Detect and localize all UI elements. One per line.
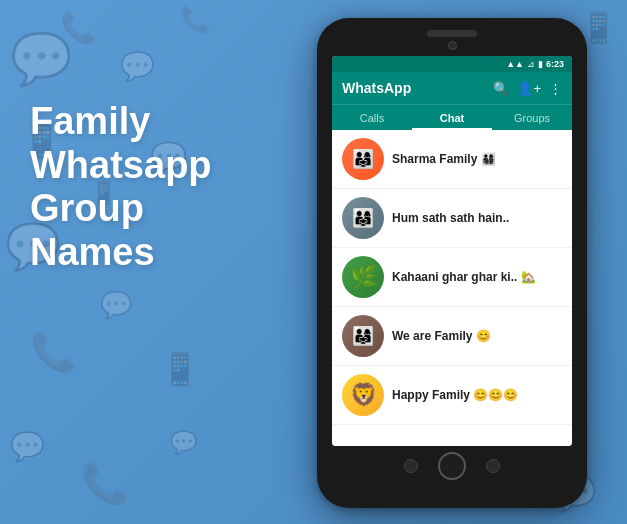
phone-speaker (427, 30, 477, 37)
status-time: 6:23 (546, 59, 564, 69)
chat-item[interactable]: 🌿 Kahaani ghar ghar ki.. 🏡 (332, 248, 572, 307)
tab-bar: Calls Chat Groups (332, 104, 572, 130)
header-icons: 🔍 👤+ ⋮ (493, 81, 562, 96)
chat-name: Sharma Family 👨‍👩‍👧‍👦 (392, 152, 562, 166)
phone-bottom-bar (404, 446, 500, 486)
chat-info: Sharma Family 👨‍👩‍👧‍👦 (392, 152, 562, 166)
phone-mockup: ▲▲ ⊿ ▮ 6:23 WhatsApp 🔍 👤+ ⋮ Calls Chat G… (317, 18, 587, 508)
hero-line4: Names (30, 231, 212, 275)
app-title: WhatsApp (342, 80, 411, 96)
avatar: 🦁 (342, 374, 384, 416)
chat-item[interactable]: 🦁 Happy Family 😊😊😊 (332, 366, 572, 425)
phone-back-button (404, 459, 418, 473)
phone-recents-button (486, 459, 500, 473)
chat-info: Hum sath sath hain.. (392, 211, 562, 225)
chat-info: Happy Family 😊😊😊 (392, 388, 562, 402)
menu-icon[interactable]: ⋮ (549, 81, 562, 96)
signal-icon: ▲▲ (506, 59, 524, 69)
tab-groups[interactable]: Groups (492, 105, 572, 130)
chat-info: We are Family 😊 (392, 329, 562, 343)
phone-home-button (438, 452, 466, 480)
phone-camera (448, 41, 457, 50)
hero-line1: Family (30, 100, 212, 144)
phone-screen: ▲▲ ⊿ ▮ 6:23 WhatsApp 🔍 👤+ ⋮ Calls Chat G… (332, 56, 572, 446)
avatar: 🌿 (342, 256, 384, 298)
status-bar: ▲▲ ⊿ ▮ 6:23 (332, 56, 572, 72)
chat-list: 👨‍👩‍👧 Sharma Family 👨‍👩‍👧‍👦 👨‍👩‍👧 Hum sa… (332, 130, 572, 446)
chat-name: Hum sath sath hain.. (392, 211, 562, 225)
avatar: 👨‍👩‍👧 (342, 315, 384, 357)
wifi-icon: ⊿ (527, 59, 535, 69)
whatsapp-header: WhatsApp 🔍 👤+ ⋮ (332, 72, 572, 104)
chat-item[interactable]: 👨‍👩‍👧 Hum sath sath hain.. (332, 189, 572, 248)
add-contact-icon[interactable]: 👤+ (517, 81, 541, 96)
chat-name: We are Family 😊 (392, 329, 562, 343)
hero-text: Family Whatsapp Group Names (30, 100, 212, 275)
search-icon[interactable]: 🔍 (493, 81, 509, 96)
hero-line2: Whatsapp (30, 144, 212, 188)
chat-name: Kahaani ghar ghar ki.. 🏡 (392, 270, 562, 284)
avatar: 👨‍👩‍👧 (342, 197, 384, 239)
hero-line3: Group (30, 187, 212, 231)
tab-chat[interactable]: Chat (412, 105, 492, 130)
chat-item[interactable]: 👨‍👩‍👧 Sharma Family 👨‍👩‍👧‍👦 (332, 130, 572, 189)
chat-info: Kahaani ghar ghar ki.. 🏡 (392, 270, 562, 284)
battery-icon: ▮ (538, 59, 543, 69)
tab-calls[interactable]: Calls (332, 105, 412, 130)
avatar: 👨‍👩‍👧 (342, 138, 384, 180)
chat-name: Happy Family 😊😊😊 (392, 388, 562, 402)
chat-item[interactable]: 👨‍👩‍👧 We are Family 😊 (332, 307, 572, 366)
